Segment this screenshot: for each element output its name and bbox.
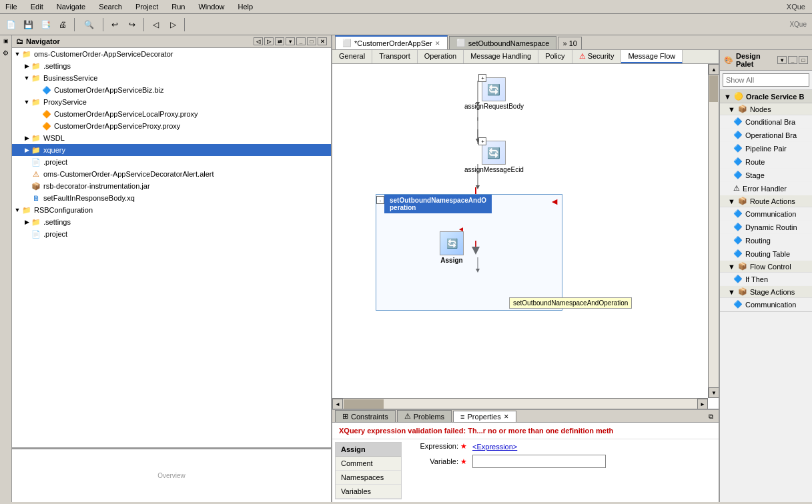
- save-button[interactable]: 💾: [20, 17, 36, 32]
- tree-item-settings1[interactable]: ▶ 📁 .settings: [12, 60, 331, 72]
- nav-back-btn[interactable]: ◁: [254, 37, 263, 45]
- tree-item-settings2[interactable]: ▶ 📁 .settings: [12, 216, 331, 228]
- palette-item-conditional-bra[interactable]: 🔷 Conditional Bra: [720, 115, 812, 129]
- open-type-button[interactable]: 🔍: [78, 17, 99, 32]
- menu-file[interactable]: File: [3, 1, 20, 12]
- nav-menu-btn[interactable]: ▾: [286, 37, 295, 45]
- canvas-hscroll[interactable]: ◄ ►: [332, 398, 708, 409]
- tab-operation[interactable]: Operation: [418, 50, 464, 63]
- pipeline-container[interactable]: setOutboundNamespaceAndOperation ◄ - ◄ 🔄: [376, 194, 562, 311]
- undo-button[interactable]: ↩: [107, 17, 123, 32]
- menu-help[interactable]: Help: [236, 1, 256, 12]
- expand-btn-assign2[interactable]: +: [478, 137, 486, 145]
- form-item-namespaces[interactable]: Namespaces: [336, 471, 401, 485]
- editor-tab-1[interactable]: ⬜ *CustomerOrderAppSer ✕: [335, 35, 448, 49]
- tab-transport[interactable]: Transport: [372, 50, 418, 63]
- palette-item-pipeline-pair[interactable]: 🔷 Pipeline Pair: [720, 142, 812, 155]
- node-assignRequestBody[interactable]: + 🔄 assignRequestBody: [464, 77, 524, 110]
- hscroll-right[interactable]: ►: [697, 399, 708, 409]
- expression-link[interactable]: <Expression>: [472, 443, 517, 451]
- icon-strip-item1[interactable]: ▣: [3, 38, 9, 44]
- palette-subsection-stage-actions[interactable]: ▼ 📦 Stage Actions: [720, 286, 812, 298]
- form-item-comment[interactable]: Comment: [336, 457, 401, 471]
- tree-item-wsdl[interactable]: ▶ 📁 WSDL: [12, 132, 331, 144]
- menu-project[interactable]: Project: [133, 1, 161, 12]
- palette-item-operational-bra[interactable]: 🔷 Operational Bra: [720, 129, 812, 142]
- palette-item-stage[interactable]: 🔷 Stage: [720, 169, 812, 182]
- canvas-area[interactable]: + 🔄 assignRequestBody + 🔄 assignMessageE…: [332, 64, 719, 409]
- expand-xquery[interactable]: ▶: [23, 146, 31, 154]
- properties-close[interactable]: ✕: [504, 413, 509, 420]
- new-button[interactable]: 📄: [3, 17, 19, 32]
- nav-min-btn[interactable]: _: [296, 37, 306, 45]
- tab-message-handling[interactable]: Message Handling: [464, 50, 538, 63]
- palette-item-routing[interactable]: 🔷 Routing: [720, 234, 812, 247]
- palette-subsection-nodes[interactable]: ▼ 📦 Nodes: [720, 103, 812, 115]
- tab-constraints[interactable]: ⊞ Constraints: [335, 410, 396, 422]
- menu-edit[interactable]: Edit: [28, 1, 46, 12]
- expand-proxyservice[interactable]: ▼: [23, 98, 31, 106]
- tree-item-bizservice[interactable]: ▼ 📁 BusinessService: [12, 72, 331, 84]
- palette-item-communication[interactable]: 🔷 Communication: [720, 207, 812, 221]
- tab-policy[interactable]: Policy: [538, 50, 572, 63]
- expand-bizservice[interactable]: ▼: [23, 74, 31, 82]
- vscroll-up[interactable]: ▲: [709, 64, 719, 75]
- hscroll-track[interactable]: [343, 399, 697, 409]
- editor-tab-2[interactable]: ⬜ setOutboundNamespace: [449, 36, 557, 49]
- tree-item-xquery[interactable]: ▶ 📁 xquery: [12, 144, 331, 156]
- palette-search-input[interactable]: [723, 73, 809, 87]
- expand-root[interactable]: ▼: [13, 50, 21, 58]
- tree-item-proxyservice[interactable]: ▼ 📁 ProxyService: [12, 96, 331, 108]
- expand-settings1[interactable]: ▶: [23, 62, 31, 70]
- forward-button[interactable]: ▷: [165, 17, 181, 32]
- tree-item-root[interactable]: ▼ 📁 oms-CustomerOrder-AppServiceDecorato…: [12, 48, 331, 60]
- nav-sync-btn[interactable]: ⇄: [275, 37, 284, 45]
- canvas-vscroll[interactable]: ▲ ▼: [708, 64, 719, 398]
- palette-item-stage-communication[interactable]: 🔷 Communication: [720, 298, 812, 311]
- node-assign-inner[interactable]: ◄ 🔄 Assign: [440, 231, 464, 264]
- tab1-close[interactable]: ✕: [435, 40, 440, 47]
- nav-fwd-btn[interactable]: ▷: [264, 37, 274, 45]
- tree-item-rsb[interactable]: ▼ 📁 RSBConfiguration: [12, 204, 331, 216]
- tree-item-proxy1[interactable]: 🔶 CustomerOrderAppServiceLocalProxy.prox…: [12, 108, 331, 120]
- palette-subsection-flow-control[interactable]: ▼ 📦 Flow Control: [720, 261, 812, 273]
- pipeline-expand[interactable]: -: [376, 196, 384, 204]
- tab-overflow-btn[interactable]: » 10: [558, 37, 581, 49]
- properties-maximize[interactable]: ⧉: [706, 411, 716, 422]
- node-assignMessageEcid[interactable]: + 🔄 assignMessageEcid: [464, 141, 524, 173]
- palette-item-routing-table[interactable]: 🔷 Routing Table: [720, 247, 812, 261]
- nav-close-btn[interactable]: ✕: [318, 37, 327, 45]
- redo-button[interactable]: ↪: [124, 17, 140, 32]
- hscroll-left[interactable]: ◄: [332, 399, 343, 409]
- menu-navigate[interactable]: Navigate: [54, 1, 88, 12]
- tree-item-proxy2[interactable]: 🔶 CustomerOrderAppServiceProxy.proxy: [12, 120, 331, 132]
- palette-subsection-route-actions[interactable]: ▼ 📦 Route Actions: [720, 195, 812, 207]
- palette-min-btn[interactable]: _: [788, 56, 797, 64]
- menu-search[interactable]: Search: [96, 1, 125, 12]
- print-button[interactable]: 🖨: [55, 17, 71, 32]
- variable-input[interactable]: [472, 455, 606, 468]
- form-item-variables[interactable]: Variables: [336, 485, 401, 499]
- menu-run[interactable]: Run: [169, 1, 187, 12]
- palette-max-btn[interactable]: □: [799, 56, 808, 64]
- tab-general[interactable]: General: [332, 50, 372, 63]
- expand-btn-assign1[interactable]: +: [478, 74, 486, 82]
- tree-item-jar1[interactable]: 📦 rsb-decorator-instrumentation.jar: [12, 180, 331, 192]
- tree-item-setfault[interactable]: 🗎 setFaultInResponseBody.xq: [12, 192, 331, 204]
- vscroll-down[interactable]: ▼: [709, 387, 719, 398]
- vscroll-track[interactable]: [709, 75, 719, 387]
- tree-item-biz1[interactable]: 🔷 CustomerOrderAppServiceBiz.biz: [12, 84, 331, 96]
- tab-problems[interactable]: ⚠ Problems: [397, 410, 452, 422]
- expand-settings2[interactable]: ▶: [23, 218, 31, 226]
- tab-properties[interactable]: ≡ Properties ✕: [453, 411, 516, 422]
- tree-item-project2[interactable]: 📄 .project: [12, 228, 331, 240]
- back-button[interactable]: ◁: [147, 17, 163, 32]
- tab-security[interactable]: ⚠ Security: [572, 50, 622, 63]
- palette-item-dynamic-routing[interactable]: 🔷 Dynamic Routin: [720, 221, 812, 234]
- expand-rsb[interactable]: ▼: [13, 206, 21, 214]
- palette-section-oracle-header[interactable]: ▼ 🟡 Oracle Service B: [720, 90, 812, 103]
- menu-window[interactable]: Window: [195, 1, 227, 12]
- expand-wsdl[interactable]: ▶: [23, 134, 31, 142]
- tab-message-flow[interactable]: Message Flow: [621, 50, 683, 63]
- nav-max-btn[interactable]: □: [307, 37, 316, 45]
